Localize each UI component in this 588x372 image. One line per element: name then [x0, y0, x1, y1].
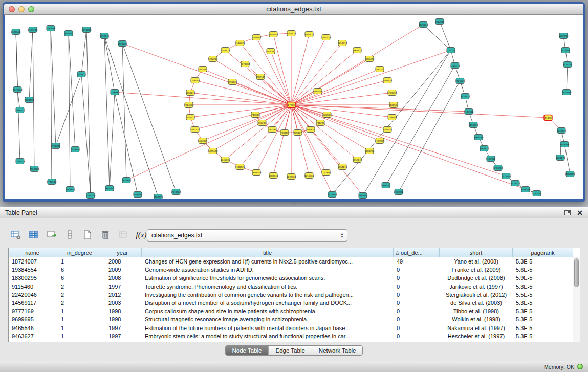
network-node[interactable]: 2828074 — [133, 192, 143, 198]
network-node[interactable]: 2553170 — [28, 27, 38, 33]
column-header-out-de[interactable]: △out_de... — [394, 248, 440, 257]
network-node[interactable]: 3324735 — [563, 62, 573, 68]
network-node[interactable]: 3412934 — [435, 19, 445, 25]
network-node[interactable]: 1615448 — [313, 89, 323, 94]
network-node[interactable]: 1107427 — [304, 32, 314, 37]
network-node[interactable]: 1832764 — [287, 174, 296, 180]
network-node[interactable]: 1148921 — [235, 164, 245, 170]
network-node[interactable]: 1215460 — [304, 173, 314, 179]
network-node[interactable]: 2520650 — [11, 29, 21, 35]
network-node[interactable]: 3369179 — [556, 155, 565, 161]
network-node[interactable]: 3180871 — [480, 146, 489, 151]
network-node[interactable]: 1292214 — [208, 56, 218, 62]
network-node[interactable]: 2683190 — [25, 97, 34, 103]
network-node[interactable]: 1582115 — [256, 74, 266, 80]
table-selector-dropdown[interactable]: citations_edges.txt ▲▼ — [147, 229, 347, 242]
zoom-window-button[interactable] — [28, 6, 34, 12]
network-node[interactable]: 1851334 — [190, 127, 200, 133]
network-node[interactable]: 1207751 — [383, 127, 393, 133]
close-window-button[interactable] — [9, 6, 15, 12]
network-node[interactable]: 2728041 — [51, 143, 61, 149]
network-node[interactable]: 760391 — [268, 127, 276, 133]
network-node[interactable]: 1883276 — [365, 148, 375, 154]
network-node[interactable]: 2805823 — [105, 186, 115, 191]
network-node[interactable]: 1951449 — [269, 32, 278, 37]
network-node[interactable]: 3203093 — [493, 165, 503, 171]
network-node[interactable]: 3247437 — [532, 191, 542, 196]
import-table-icon[interactable] — [45, 228, 58, 242]
network-node[interactable]: 745083 — [251, 112, 259, 118]
network-node[interactable]: 1944023 — [184, 102, 194, 108]
network-node[interactable]: 2935614 — [358, 193, 368, 199]
network-node[interactable]: 1755115 — [221, 48, 230, 53]
table-options-icon[interactable] — [9, 228, 23, 242]
network-node[interactable]: 1119408 — [387, 115, 397, 120]
network-node[interactable]: 3136437 — [461, 94, 470, 99]
network-node[interactable]: 1663301 — [198, 138, 208, 144]
network-node[interactable]: 3302513 — [559, 33, 569, 39]
network-node[interactable]: 1197343 — [383, 78, 393, 83]
network-node[interactable]: 2761488 — [30, 166, 39, 172]
column-header-title[interactable]: title — [142, 248, 394, 257]
network-node[interactable]: 1075598 — [208, 148, 218, 154]
table-row[interactable]: 946362711997Embryonic stem cells: a mode… — [9, 332, 573, 340]
network-node[interactable]: 3313624 — [561, 48, 571, 53]
network-node[interactable]: 1752112 — [186, 115, 195, 120]
column-header-year[interactable]: year — [103, 248, 142, 257]
table-row[interactable]: 911546021997Tourette syndrome. Phenomeno… — [9, 282, 573, 291]
network-node[interactable]: 709127 — [294, 130, 302, 136]
tab-edge-table[interactable]: Edge Table — [268, 346, 311, 355]
network-node[interactable]: 2794710 — [86, 193, 96, 199]
table-row[interactable]: 2242004622012Investigating the contribut… — [9, 291, 573, 299]
network-node[interactable]: 3103104 — [446, 48, 456, 53]
column-icon[interactable] — [63, 228, 76, 242]
network-node[interactable]: 2716684 — [110, 90, 120, 95]
merge-table-icon[interactable] — [117, 228, 130, 242]
network-node[interactable]: 2946733 — [381, 183, 391, 188]
network-node[interactable]: 3125326 — [455, 78, 465, 84]
network-canvas[interactable]: 1724011285041221397119734318531211086479… — [5, 15, 583, 199]
network-node[interactable]: 3147548 — [464, 109, 474, 115]
network-node[interactable]: 3169760 — [474, 135, 484, 140]
table-row[interactable]: 977716911998Corpus callosum shape and si… — [9, 307, 573, 315]
network-node[interactable]: 3236326 — [521, 187, 531, 192]
network-node[interactable]: 2637745 — [100, 33, 110, 39]
network-node[interactable]: 3335846 — [562, 90, 572, 95]
network-node[interactable]: 1068812 — [186, 90, 195, 96]
network-node[interactable]: 1604337 — [266, 49, 276, 54]
network-node[interactable]: 1571004 — [241, 61, 250, 67]
column-header-name[interactable]: name — [9, 248, 56, 257]
network-node[interactable]: 1186431 — [235, 40, 245, 46]
network-node[interactable]: 1853121 — [375, 67, 385, 72]
network-node[interactable]: 15958 — [544, 115, 552, 121]
network-node[interactable]: 1127893 — [321, 170, 331, 176]
network-node[interactable]: 1086479 — [365, 56, 375, 62]
network-node[interactable]: 1664910 — [353, 48, 362, 53]
network-node[interactable]: 1139975 — [375, 138, 385, 144]
network-node[interactable]: 1832012 — [198, 67, 208, 72]
network-node[interactable]: 2924509 — [328, 192, 337, 198]
network-node[interactable]: 2705512 — [77, 72, 86, 77]
network-node[interactable]: 3225215 — [511, 181, 520, 186]
network-node[interactable]: 1253419 — [338, 40, 347, 46]
close-panel-icon[interactable]: ✕ — [577, 210, 583, 216]
network-node[interactable]: 2604411 — [64, 31, 74, 36]
network-node[interactable]: 2816901 — [122, 178, 132, 183]
table-row[interactable]: 1456911722003Disruption of a novel membe… — [9, 299, 573, 307]
network-node[interactable]: 2957800 — [394, 189, 404, 195]
network-node[interactable]: 2902451 — [154, 194, 163, 199]
network-node[interactable]: 2750319 — [15, 159, 25, 164]
network-node[interactable]: 1593226 — [228, 79, 237, 85]
network-node[interactable]: 718234 — [258, 120, 266, 126]
network-node[interactable]: 2694427 — [15, 107, 25, 113]
network-node[interactable]: 2591018 — [46, 26, 56, 31]
table-row[interactable]: 1938455462009Genome-wide association stu… — [9, 266, 573, 274]
network-node[interactable]: 1089943 — [269, 173, 278, 179]
network-node[interactable]: 733482 — [280, 130, 289, 136]
network-node[interactable]: 1228083 — [190, 78, 200, 83]
network-node[interactable]: 3346957 — [557, 128, 567, 134]
network-node[interactable]: 3358068 — [560, 142, 570, 147]
column-header-pagerank[interactable]: pagerank — [513, 248, 573, 257]
network-node[interactable]: 1128504 — [389, 102, 399, 108]
window-titlebar[interactable]: citations_edges.txt — [4, 4, 583, 15]
